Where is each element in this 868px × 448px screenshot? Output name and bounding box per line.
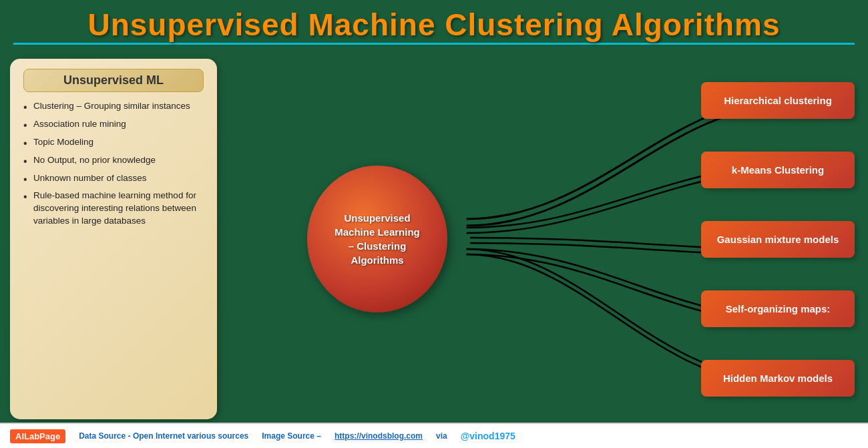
center-ellipse-text: UnsupervisedMachine Learning– Clustering… [328, 204, 427, 274]
left-panel-title: Unsupervised ML [23, 69, 204, 92]
list-item: Unknown number of classes [23, 172, 204, 185]
footer-data-source: Data Source - Open Internet various sour… [79, 431, 248, 441]
footer: AILabPage Data Source - Open Internet va… [0, 423, 868, 448]
footer-image-source-url[interactable]: https://vinodsblog.com [335, 431, 423, 441]
left-panel: Unsupervised ML Clustering – Grouping si… [10, 59, 217, 419]
list-item: Rule-based machine learning method for d… [23, 190, 204, 228]
page-title: Unsupervised Machine Clustering Algorith… [0, 7, 868, 43]
footer-image-source-label: Image Source – [262, 431, 321, 441]
right-boxes: Hierarchical clustering k-Means Clusteri… [701, 52, 855, 426]
title-bar: Unsupervised Machine Clustering Algorith… [0, 0, 868, 49]
center-ellipse: UnsupervisedMachine Learning– Clustering… [307, 166, 447, 312]
footer-via-label: via [436, 431, 447, 441]
algo-box-hmm: Hidden Markov models [701, 360, 855, 397]
algo-box-som: Self-organizing maps: [701, 290, 855, 327]
algo-box-gaussian: Gaussian mixture models [701, 221, 855, 258]
main-content: Unsupervised ML Clustering – Grouping si… [0, 52, 868, 426]
algo-box-kmeans: k-Means Clustering [701, 152, 855, 188]
list-item: No Output, no prior knowledge [23, 154, 204, 167]
title-underline [13, 43, 855, 45]
list-item: Topic Modeling [23, 136, 204, 149]
list-item: Association rule mining [23, 118, 204, 131]
footer-twitter: @vinod1975 [461, 431, 515, 441]
algo-box-hierarchical: Hierarchical clustering [701, 82, 855, 119]
diagram-area: UnsupervisedMachine Learning– Clustering… [227, 52, 868, 426]
footer-brand: AILabPage [10, 429, 65, 443]
left-panel-list: Clustering – Grouping similar instances … [23, 100, 204, 228]
list-item: Clustering – Grouping similar instances [23, 100, 204, 113]
